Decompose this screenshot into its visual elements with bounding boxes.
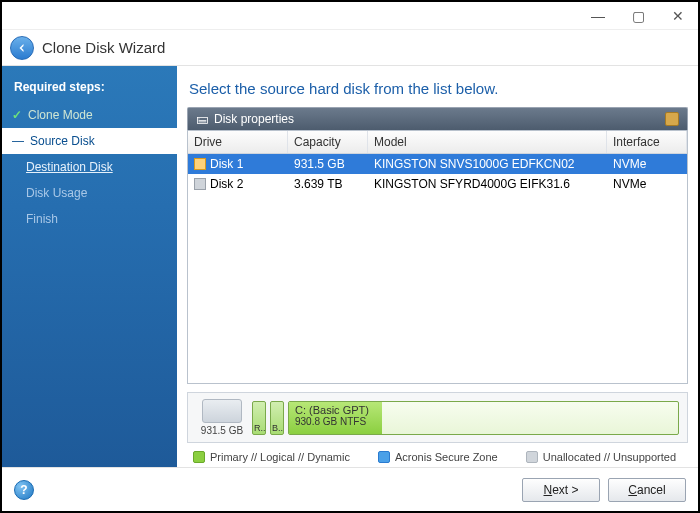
step-label: Clone Mode (28, 108, 93, 122)
cancel-button[interactable]: Cancel (608, 478, 686, 502)
partition-recovery[interactable]: R... (252, 401, 266, 435)
back-button[interactable] (10, 36, 34, 60)
grid-body: Disk 1931.5 GBKINGSTON SNVS1000G EDFKCN0… (188, 154, 687, 383)
footer: ? Next > Cancel (2, 467, 698, 511)
main-panel: Select the source hard disk from the lis… (177, 66, 698, 467)
col-model[interactable]: Model (368, 131, 607, 153)
sidebar-step: Finish (2, 206, 177, 232)
hdd-icon (202, 399, 242, 423)
sidebar-step: Disk Usage (2, 180, 177, 206)
minimize-button[interactable]: — (578, 5, 618, 27)
cell-drive: Disk 2 (210, 177, 243, 191)
partition-panel: 931.5 GB R... B... C: (Basic GPT) 930.8 … (187, 392, 688, 443)
sidebar: Required steps: ✓Clone Mode—Source DiskD… (2, 66, 177, 467)
help-button[interactable]: ? (14, 480, 34, 500)
cell-drive: Disk 1 (210, 157, 243, 171)
titlebar: — ▢ ✕ (2, 2, 698, 30)
maximize-button[interactable]: ▢ (618, 5, 658, 27)
step-label: Source Disk (30, 134, 95, 148)
step-label: Disk Usage (26, 186, 87, 200)
disk-properties-header: 🖴 Disk properties (187, 107, 688, 130)
cell-model: KINGSTON SNVS1000G EDFKCN02 (374, 157, 575, 171)
cell-capacity: 3.639 TB (294, 177, 342, 191)
sidebar-heading: Required steps: (2, 74, 177, 102)
disk-icon (194, 178, 206, 190)
partition-main-label: C: (Basic GPT) (295, 404, 672, 416)
cell-interface: NVMe (613, 177, 646, 191)
header: Clone Disk Wizard (2, 30, 698, 66)
sidebar-step[interactable]: ✓Clone Mode (2, 102, 177, 128)
step-label: Finish (26, 212, 58, 226)
cell-capacity: 931.5 GB (294, 157, 345, 171)
panel-title-text: Disk properties (214, 112, 294, 126)
col-interface[interactable]: Interface (607, 131, 687, 153)
disk-row[interactable]: Disk 1931.5 GBKINGSTON SNVS1000G EDFKCN0… (188, 154, 687, 174)
window-title: Clone Disk Wizard (42, 39, 165, 56)
instruction-text: Select the source hard disk from the lis… (187, 74, 688, 107)
square-gray-icon (526, 451, 538, 463)
disk-summary: 931.5 GB (196, 399, 248, 436)
cell-model: KINGSTON SFYRD4000G EIFK31.6 (374, 177, 570, 191)
cell-interface: NVMe (613, 157, 646, 171)
next-button[interactable]: Next > (522, 478, 600, 502)
sidebar-step[interactable]: Destination Disk (2, 154, 177, 180)
legend-primary: Primary // Logical // Dynamic (193, 451, 350, 463)
legend-unalloc: Unallocated // Unsupported (526, 451, 676, 463)
close-button[interactable]: ✕ (658, 5, 698, 27)
arrow-left-icon (16, 42, 28, 54)
partition-main-sub: 930.8 GB NTFS (295, 416, 672, 427)
disk-icon (194, 158, 206, 170)
column-chooser-icon[interactable] (665, 112, 679, 126)
legend: Primary // Logical // Dynamic Acronis Se… (187, 443, 688, 467)
disk-row[interactable]: Disk 23.639 TBKINGSTON SFYRD4000G EIFK31… (188, 174, 687, 194)
partition-main[interactable]: C: (Basic GPT) 930.8 GB NTFS (288, 401, 679, 435)
col-drive[interactable]: Drive (188, 131, 288, 153)
disk-grid: Drive Capacity Model Interface Disk 1931… (187, 130, 688, 384)
check-icon: ✓ (12, 108, 22, 122)
col-capacity[interactable]: Capacity (288, 131, 368, 153)
step-label: Destination Disk (26, 160, 113, 174)
disk-total: 931.5 GB (201, 425, 243, 436)
square-green-icon (193, 451, 205, 463)
legend-secure: Acronis Secure Zone (378, 451, 498, 463)
square-blue-icon (378, 451, 390, 463)
sidebar-step: —Source Disk (2, 128, 177, 154)
drive-icon: 🖴 (196, 112, 208, 126)
grid-header: Drive Capacity Model Interface (188, 131, 687, 154)
partition-boot[interactable]: B... (270, 401, 284, 435)
current-marker-icon: — (12, 134, 24, 148)
